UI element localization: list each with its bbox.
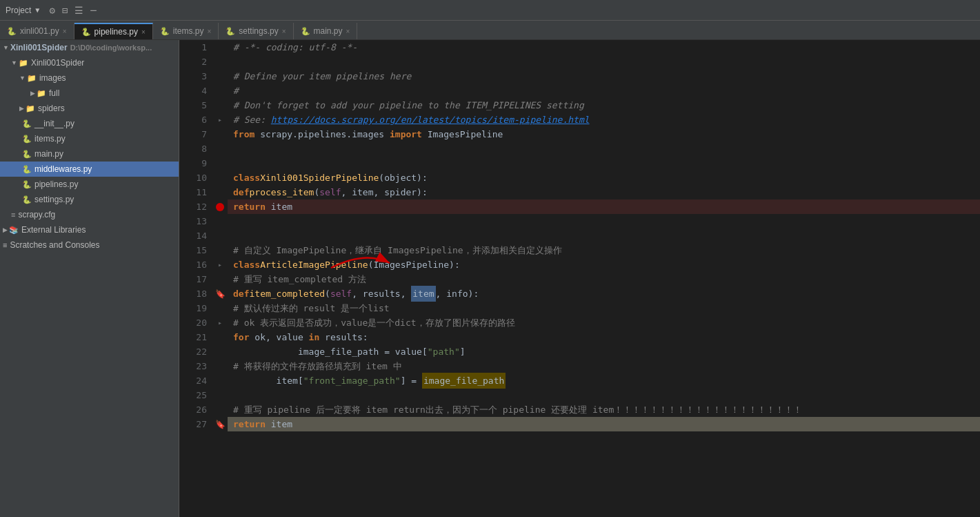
gutter-row[interactable] [212, 228, 228, 243]
layout-icon[interactable]: ⊟ [62, 5, 68, 16]
gutter-row[interactable] [212, 170, 228, 185]
settings-icon[interactable]: ⚙ [49, 5, 54, 16]
line-number: 9 [185, 156, 207, 170]
code-line: # Define your item pipelines here [228, 69, 980, 84]
gutter-row[interactable]: ▸ [212, 113, 228, 127]
minimize-icon[interactable]: ─ [90, 5, 96, 16]
tab-settings[interactable]: 🐍 settings.py × [219, 23, 293, 39]
library-icon: 📚 [9, 226, 19, 235]
folder-icon: 📁 [27, 74, 37, 83]
py-icon: 🐍 [81, 28, 91, 37]
line-number: 26 [185, 402, 207, 417]
code-editor[interactable]: 1234567891011121314151617181920212223242… [179, 40, 980, 517]
sidebar-item-spiders[interactable]: ▶ 📁 spiders [0, 101, 179, 116]
gutter-row[interactable] [212, 199, 228, 214]
sidebar-item-label: settings.py [34, 195, 74, 204]
sidebar-item-init[interactable]: 🐍 __init__.py [0, 116, 179, 131]
gutter-row[interactable] [212, 69, 228, 84]
gutter-row[interactable] [212, 98, 228, 113]
py-icon: 🐍 [226, 27, 235, 36]
sidebar-item-label: main.py [34, 149, 63, 159]
code-content[interactable]: # -*- coding: utf-8 -*-# Define your ite… [228, 40, 980, 517]
sidebar-item-label: Xinli001Spider [31, 58, 84, 68]
fold-icon[interactable]: ▸ [218, 116, 222, 124]
gutter-row[interactable] [212, 84, 228, 98]
bookmark-icon[interactable]: 🔖 [215, 289, 226, 299]
sidebar-item-xinli001spider[interactable]: ▼ 📁 Xinli001Spider [0, 55, 179, 70]
gutter-row[interactable] [212, 330, 228, 344]
sidebar-item-items[interactable]: 🐍 items.py [0, 131, 179, 146]
line-number: 19 [185, 301, 207, 315]
gutter-row[interactable] [212, 359, 228, 373]
bookmark-icon[interactable]: 🔖 [215, 420, 226, 429]
gutter-row[interactable] [212, 301, 228, 315]
gutter-row[interactable] [212, 272, 228, 286]
gutter-row[interactable]: ▸ [212, 257, 228, 272]
code-line [228, 156, 980, 170]
py-file-icon: 🐍 [22, 180, 32, 189]
sidebar-item-main[interactable]: 🐍 main.py [0, 146, 179, 162]
code-line: # 重写 pipeline 后一定要将 item return出去，因为下一个 … [228, 402, 980, 417]
sidebar-item-root[interactable]: ▼ Xinli001Spider D:\D0\coding\worksp... [0, 40, 179, 55]
sidebar-item-label: Scratches and Consoles [10, 240, 99, 250]
line-number: 17 [185, 272, 207, 286]
fold-icon[interactable]: ▸ [218, 319, 222, 326]
project-dropdown-icon[interactable]: ▼ [35, 6, 39, 14]
gutter-row[interactable]: 🔖 [212, 286, 228, 301]
tab-main[interactable]: 🐍 main.py × [294, 23, 358, 39]
tab-close-main[interactable]: × [346, 28, 350, 35]
gutter-row[interactable] [212, 373, 228, 388]
line-number: 18 [185, 286, 207, 301]
tab-close-settings[interactable]: × [282, 28, 286, 35]
project-label: Project [6, 6, 31, 15]
line-number: 14 [185, 228, 207, 243]
tab-items[interactable]: 🐍 items.py × [153, 23, 219, 39]
gutter-row[interactable] [212, 388, 228, 402]
gutter-row[interactable] [212, 243, 228, 257]
fold-icon[interactable]: ▸ [218, 261, 222, 269]
py-icon: 🐍 [301, 27, 310, 36]
code-line: def item_completed(self, results, item, … [228, 286, 980, 301]
code-line: # ok 表示返回是否成功，value是一个dict，存放了图片保存的路径 [228, 315, 980, 330]
gutter-row[interactable] [212, 402, 228, 417]
sidebar-item-scrapy-cfg[interactable]: ≡ scrapy.cfg [0, 207, 179, 222]
sidebar-item-middlewares[interactable]: 🐍 middlewares.py [0, 162, 179, 177]
breakpoint-dot[interactable] [216, 203, 224, 211]
arrow-icon: ▼ [19, 75, 26, 81]
sidebar-item-images[interactable]: ▼ 📁 images [0, 70, 179, 86]
sidebar-item-settings[interactable]: 🐍 settings.py [0, 192, 179, 207]
gutter-row[interactable] [212, 55, 228, 69]
tab-close-items[interactable]: × [207, 28, 211, 35]
sidebar-item-full[interactable]: ▶ 📁 full [0, 86, 179, 101]
gutter-row[interactable] [212, 127, 228, 142]
tab-close-xinli001[interactable]: × [63, 28, 67, 35]
code-line: class ArticleImagePipeline(ImagesPipelin… [228, 257, 980, 272]
gutter-row[interactable]: ▸ [212, 315, 228, 330]
sidebar-item-label: middlewares.py [34, 164, 92, 174]
sidebar-item-pipelines[interactable]: 🐍 pipelines.py [0, 177, 179, 192]
line-numbers: 1234567891011121314151617181920212223242… [179, 40, 212, 517]
tab-pipelines[interactable]: 🐍 pipelines.py × [74, 23, 153, 39]
tab-xinli001[interactable]: 🐍 xinli001.py × [0, 23, 74, 39]
gutter-row[interactable] [212, 214, 228, 228]
sidebar-item-scratches[interactable]: ≡ Scratches and Consoles [0, 237, 179, 253]
gear-icon[interactable]: ☰ [74, 5, 83, 16]
sidebar-item-ext-libs[interactable]: ▶ 📚 External Libraries [0, 222, 179, 237]
code-line: class Xinli001SpiderPipeline(object): [228, 170, 980, 185]
tab-bar: 🐍 xinli001.py × 🐍 pipelines.py × 🐍 items… [0, 21, 980, 40]
gutter-row[interactable] [212, 156, 228, 170]
tab-close-pipelines[interactable]: × [141, 28, 146, 36]
line-number: 8 [185, 142, 207, 156]
code-scroll-area[interactable]: 1234567891011121314151617181920212223242… [179, 40, 980, 517]
gutter-row[interactable]: 🔖 [212, 417, 228, 431]
line-number: 12 [185, 199, 207, 214]
line-number: 13 [185, 214, 207, 228]
arrow-icon: ▶ [30, 90, 35, 97]
gutter-row[interactable] [212, 142, 228, 156]
gutter-row[interactable] [212, 185, 228, 199]
code-line [228, 214, 980, 228]
gutter-row[interactable] [212, 40, 228, 55]
code-line: # 自定义 ImagePipeline，继承自 ImagesPipeline，并… [228, 243, 980, 257]
line-number: 23 [185, 359, 207, 373]
gutter-row[interactable] [212, 344, 228, 359]
